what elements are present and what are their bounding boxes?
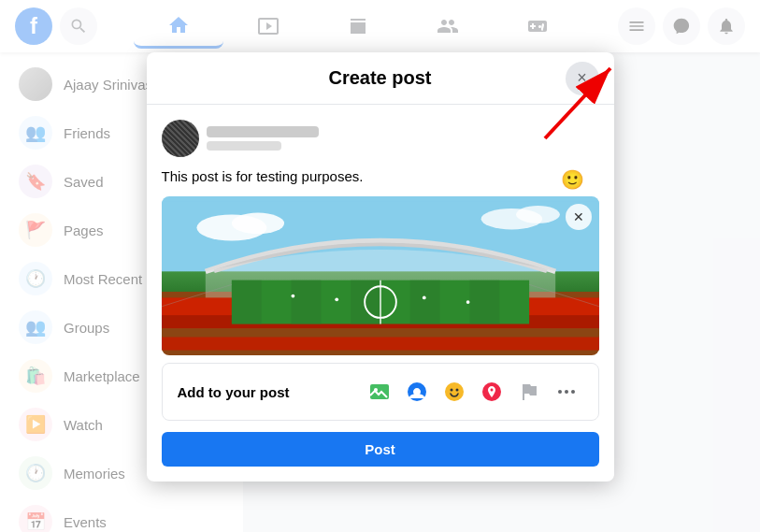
svg-point-15 [291, 295, 294, 298]
more-options-icon[interactable] [550, 375, 583, 409]
emoji-feeling-icon[interactable] [437, 375, 471, 409]
svg-point-31 [565, 390, 568, 394]
svg-point-17 [422, 296, 425, 300]
modal-header: Create post × [147, 52, 614, 105]
svg-point-2 [231, 213, 283, 234]
location-icon[interactable] [475, 375, 509, 409]
svg-rect-8 [231, 280, 261, 324]
svg-point-28 [455, 389, 458, 392]
svg-point-27 [450, 389, 452, 392]
tag-people-icon[interactable] [400, 375, 434, 409]
modal-user-sub-blurred [207, 141, 281, 151]
svg-point-18 [466, 300, 469, 304]
svg-point-4 [516, 206, 560, 223]
modal-body: This post is for testing purposes. 🙂 [147, 105, 614, 482]
svg-rect-11 [409, 280, 439, 324]
add-to-post-bar: Add to your post [162, 363, 599, 421]
modal-user-name-blurred [207, 126, 319, 137]
add-to-post-label: Add to your post [178, 384, 290, 400]
create-post-modal: Create post × This post is for testing p… [147, 52, 614, 482]
post-text-area: This post is for testing purposes. 🙂 [162, 168, 599, 185]
photo-video-icon[interactable] [363, 375, 396, 409]
svg-rect-12 [469, 280, 499, 324]
svg-point-30 [558, 390, 562, 394]
svg-point-16 [335, 297, 338, 301]
stadium-image [162, 196, 599, 355]
post-action-icons [363, 375, 583, 409]
modal-user-info [207, 126, 319, 151]
svg-rect-9 [291, 280, 321, 324]
modal-title: Create post [328, 67, 431, 89]
modal-user-row [162, 120, 599, 157]
svg-rect-20 [162, 338, 599, 351]
stadium-image-container: ✕ [162, 196, 599, 355]
post-text: This post is for testing purposes. [162, 168, 364, 184]
flag-icon[interactable] [512, 375, 546, 409]
svg-point-32 [571, 390, 575, 394]
post-button[interactable]: Post [162, 432, 599, 467]
modal-close-button[interactable]: × [566, 62, 599, 95]
modal-user-avatar [162, 120, 199, 157]
svg-point-26 [445, 382, 464, 401]
remove-image-button[interactable]: ✕ [566, 204, 592, 230]
emoji-button[interactable]: 🙂 [561, 168, 584, 191]
